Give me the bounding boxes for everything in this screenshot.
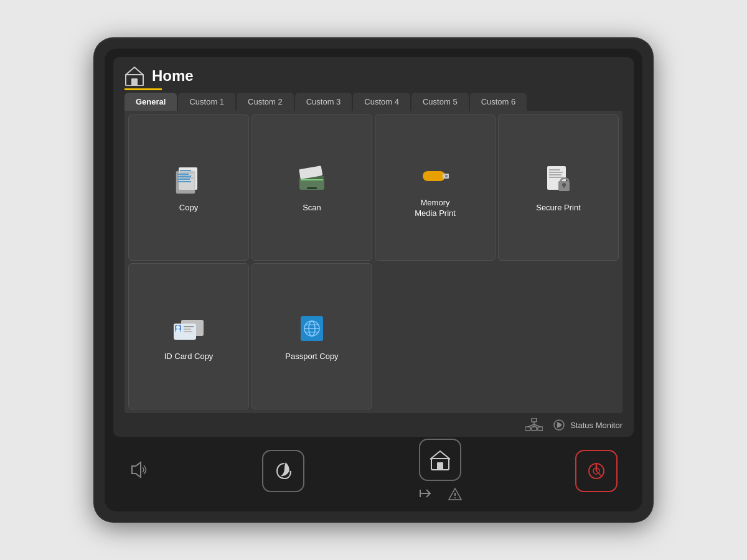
svg-rect-45 xyxy=(532,427,537,431)
svg-rect-36 xyxy=(184,331,192,332)
device-inner: Home General Custom 1 Custom 2 Custom 3 … xyxy=(105,49,642,511)
login-indicator-icon xyxy=(418,487,433,503)
status-monitor-label: Status Monitor xyxy=(570,421,622,430)
header: Home xyxy=(113,57,634,86)
bottom-indicators xyxy=(418,487,463,503)
svg-rect-25 xyxy=(549,177,563,178)
svg-rect-12 xyxy=(177,181,191,182)
svg-rect-1 xyxy=(131,78,138,86)
svg-rect-17 xyxy=(307,187,317,189)
title-underline xyxy=(125,88,162,90)
svg-rect-23 xyxy=(549,172,563,173)
svg-marker-51 xyxy=(557,422,562,428)
tabs-container: General Custom 1 Custom 2 Custom 3 Custo… xyxy=(113,93,634,111)
copy-icon xyxy=(170,164,207,195)
app-grid: Copy xyxy=(125,111,622,413)
svg-rect-43 xyxy=(532,418,537,422)
id-card-copy-label: ID Card Copy xyxy=(164,352,214,362)
memory-media-print-button[interactable]: Memory Media Print xyxy=(375,114,496,261)
alert-indicator-icon xyxy=(448,487,463,503)
status-bar: Status Monitor xyxy=(113,413,634,437)
svg-rect-9 xyxy=(177,174,189,175)
page-title: Home xyxy=(152,67,194,85)
svg-marker-53 xyxy=(132,462,141,477)
id-card-icon xyxy=(170,313,207,344)
home-hw-icon xyxy=(429,449,451,471)
copy-label: Copy xyxy=(179,203,198,213)
status-monitor-icon xyxy=(553,419,565,431)
tab-custom4[interactable]: Custom 4 xyxy=(353,93,410,111)
svg-point-33 xyxy=(176,329,181,333)
home-button[interactable] xyxy=(419,439,461,481)
tab-general[interactable]: General xyxy=(125,93,177,111)
svg-rect-16 xyxy=(301,179,323,180)
svg-rect-34 xyxy=(184,326,194,327)
tab-custom6[interactable]: Custom 6 xyxy=(470,93,527,111)
svg-rect-22 xyxy=(549,169,560,170)
svg-rect-20 xyxy=(445,175,448,177)
svg-rect-3 xyxy=(180,170,191,171)
bottom-controls xyxy=(105,437,642,511)
svg-rect-24 xyxy=(549,174,561,175)
tab-custom1[interactable]: Custom 1 xyxy=(178,93,235,111)
tab-custom2[interactable]: Custom 2 xyxy=(237,93,294,111)
sleep-icon xyxy=(272,460,294,482)
svg-point-60 xyxy=(454,497,456,498)
scan-label: Scan xyxy=(303,203,321,213)
svg-rect-11 xyxy=(177,179,190,180)
volume-icon xyxy=(129,461,149,482)
passport-icon xyxy=(293,313,331,344)
home-icon xyxy=(125,66,144,86)
svg-rect-35 xyxy=(184,329,191,330)
memory-media-print-label: Memory Media Print xyxy=(415,198,456,219)
svg-rect-10 xyxy=(177,176,191,177)
passport-copy-button[interactable]: Passport Copy xyxy=(251,263,372,409)
svg-rect-28 xyxy=(563,185,565,188)
sleep-button[interactable] xyxy=(262,450,304,492)
status-monitor-button[interactable]: Status Monitor xyxy=(553,419,622,431)
copy-button[interactable]: Copy xyxy=(128,114,249,261)
svg-point-32 xyxy=(176,325,180,329)
scan-button[interactable]: Scan xyxy=(251,114,372,261)
power-icon xyxy=(585,460,608,482)
scan-icon xyxy=(293,164,331,195)
tab-custom3[interactable]: Custom 3 xyxy=(295,93,352,111)
id-card-copy-button[interactable]: ID Card Copy xyxy=(128,263,249,409)
power-button[interactable] xyxy=(575,450,618,492)
svg-rect-46 xyxy=(538,427,543,431)
secure-print-label: Secure Print xyxy=(536,203,581,213)
bottom-center xyxy=(418,439,463,503)
network-icon xyxy=(525,418,543,432)
svg-rect-55 xyxy=(437,462,443,470)
memory-media-icon xyxy=(416,159,454,190)
svg-rect-18 xyxy=(423,171,445,181)
screen: Home General Custom 1 Custom 2 Custom 3 … xyxy=(113,57,634,437)
tab-custom5[interactable]: Custom 5 xyxy=(411,93,469,111)
passport-copy-label: Passport Copy xyxy=(285,352,338,362)
device-frame: Home General Custom 1 Custom 2 Custom 3 … xyxy=(93,37,654,523)
secure-print-icon xyxy=(540,164,577,195)
secure-print-button[interactable]: Secure Print xyxy=(498,114,619,261)
svg-rect-44 xyxy=(525,427,530,431)
